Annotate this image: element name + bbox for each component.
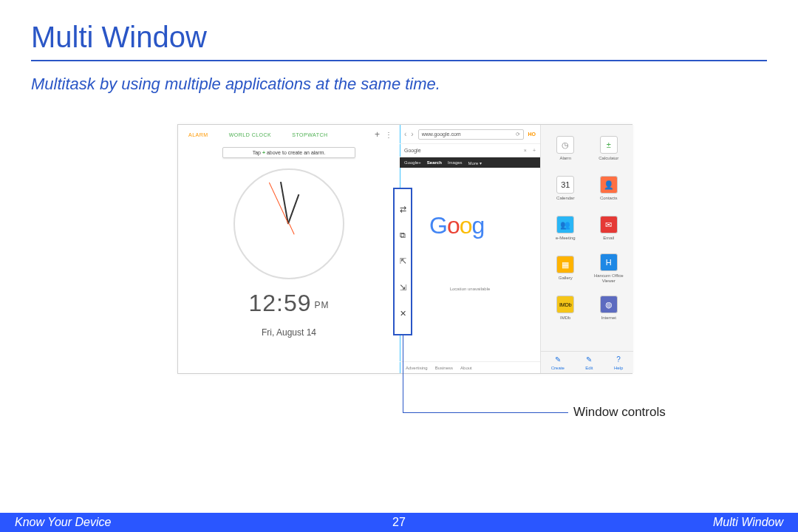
- tray-edit-button[interactable]: ✎Edit: [584, 355, 593, 370]
- swap-icon[interactable]: ⇄: [398, 205, 408, 215]
- gnav-item[interactable]: Search: [427, 160, 442, 165]
- app-label: Calculator: [598, 156, 618, 161]
- bf-link[interactable]: Advertising: [406, 366, 428, 370]
- bf-link[interactable]: Business: [435, 366, 453, 370]
- clock-time: 12:59PM: [178, 290, 400, 317]
- tray-help-button[interactable]: ?Help: [614, 355, 623, 370]
- footer-right: Multi Window: [713, 516, 798, 529]
- hour-hand: [287, 194, 299, 224]
- alarm-tooltip: Tap + above to create an alarm.: [222, 147, 355, 158]
- tray-app-email[interactable]: ✉Email: [587, 209, 631, 248]
- footer-left: Know Your Device: [0, 516, 111, 529]
- app-label: Gallery: [559, 276, 573, 281]
- app-label: Hancom Office Viewer: [587, 273, 631, 283]
- tray-app-contacts[interactable]: 👤Contacts: [587, 169, 631, 208]
- more-icon[interactable]: ⋮: [385, 131, 400, 139]
- app-label: Calendar: [556, 196, 574, 201]
- page-subtitle: Multitask by using multiple applications…: [0, 61, 798, 94]
- app-icon: ◍: [600, 296, 618, 313]
- drag-content-icon[interactable]: ⧉: [398, 231, 408, 241]
- app-icon: IMDb: [556, 296, 574, 313]
- gnav-item[interactable]: More ▾: [468, 160, 482, 166]
- tab-world-clock[interactable]: WORLD CLOCK: [219, 132, 282, 137]
- window-controls[interactable]: ⇄ ⧉ ⇱ ⇲ ✕: [393, 188, 412, 335]
- footer-page: 27: [392, 516, 406, 529]
- tray-create-button[interactable]: ✎Create: [551, 355, 565, 370]
- app-icon: 👤: [600, 176, 618, 194]
- reload-icon[interactable]: ⟳: [516, 132, 520, 137]
- help-icon: ?: [614, 355, 623, 364]
- app-icon: ▦: [556, 256, 574, 273]
- clock-tabs: ALARM WORLD CLOCK STOPWATCH + ⋮: [178, 125, 400, 144]
- app-icon: H: [600, 253, 618, 271]
- page-title: Multi Window: [0, 0, 798, 60]
- browser-tab[interactable]: Google × +: [400, 144, 540, 157]
- callout-line-h: [403, 412, 568, 413]
- app-icon: ±: [600, 136, 618, 154]
- bf-link[interactable]: About: [460, 366, 472, 370]
- app-icon: 👥: [556, 216, 574, 233]
- browser-pane: ‹ › www.google.com⟳ HO Google × + Google…: [400, 125, 540, 373]
- close-tab-icon[interactable]: ×: [524, 148, 527, 153]
- tray-app-imdb[interactable]: IMDbIMDb: [544, 289, 587, 327]
- tray-app-internet[interactable]: ◍Internet: [587, 289, 631, 327]
- browser-toolbar: ‹ › www.google.com⟳ HO: [400, 125, 540, 144]
- tray-footer: ✎Create✎Edit?Help: [541, 351, 633, 373]
- second-hand: [269, 183, 289, 225]
- new-tab-icon[interactable]: +: [533, 148, 536, 153]
- app-label: Email: [603, 236, 614, 241]
- url-field[interactable]: www.google.com⟳: [418, 129, 524, 140]
- expand-icon[interactable]: ⇲: [398, 282, 408, 293]
- app-label: Contacts: [600, 196, 618, 201]
- app-label: e-Meeting: [556, 236, 576, 241]
- app-icon: 31: [556, 176, 574, 194]
- minute-hand: [280, 182, 289, 224]
- create-icon: ✎: [553, 355, 562, 364]
- tray-app-calculator[interactable]: ±Calculator: [587, 129, 631, 168]
- app-label: Internet: [601, 316, 616, 321]
- tab-stopwatch[interactable]: STOPWATCH: [282, 132, 338, 137]
- google-nav: Google+ Search Images More ▾: [400, 157, 540, 168]
- page-footer: Know Your Device 27 Multi Window: [0, 513, 798, 532]
- shrink-icon[interactable]: ⇱: [398, 256, 408, 267]
- multiwindow-tray: ◷Alarm±Calculator31Calendar👤Contacts👥e-M…: [540, 125, 633, 373]
- gnav-item[interactable]: Google+: [404, 160, 421, 165]
- browser-footer: Advertising Business About: [400, 361, 540, 373]
- tray-app-hancom-office-viewer[interactable]: HHancom Office Viewer: [587, 249, 631, 287]
- app-label: Alarm: [559, 156, 571, 161]
- gnav-item[interactable]: Images: [448, 160, 463, 165]
- home-label[interactable]: HO: [528, 132, 536, 137]
- second-stub: [289, 224, 295, 235]
- clock-date: Fri, August 14: [178, 327, 400, 338]
- tray-app-calendar[interactable]: 31Calendar: [544, 169, 587, 208]
- tray-app-alarm[interactable]: ◷Alarm: [544, 129, 587, 168]
- location-text: Location unavailable: [400, 287, 540, 291]
- tab-alarm[interactable]: ALARM: [178, 132, 219, 137]
- tray-foot-label: Edit: [585, 366, 593, 370]
- app-icon: ◷: [556, 136, 574, 154]
- close-icon[interactable]: ✕: [398, 308, 408, 318]
- tray-app-gallery[interactable]: ▦Gallery: [544, 249, 587, 287]
- tray-foot-label: Help: [614, 366, 623, 370]
- google-logo: Goog: [429, 212, 540, 239]
- app-label: IMDb: [560, 316, 570, 321]
- callout-line-v: [403, 335, 403, 412]
- forward-icon[interactable]: ›: [411, 130, 413, 138]
- clock-app-pane: ALARM WORLD CLOCK STOPWATCH + ⋮ Tap + ab…: [178, 125, 400, 373]
- add-icon[interactable]: +: [375, 129, 385, 140]
- tray-foot-label: Create: [551, 366, 565, 370]
- edit-icon: ✎: [584, 355, 593, 364]
- tray-app-e-meeting[interactable]: 👥e-Meeting: [544, 209, 587, 248]
- clock-face: [233, 168, 344, 279]
- callout-label: Window controls: [573, 405, 666, 420]
- back-icon[interactable]: ‹: [404, 130, 406, 138]
- app-icon: ✉: [600, 216, 618, 233]
